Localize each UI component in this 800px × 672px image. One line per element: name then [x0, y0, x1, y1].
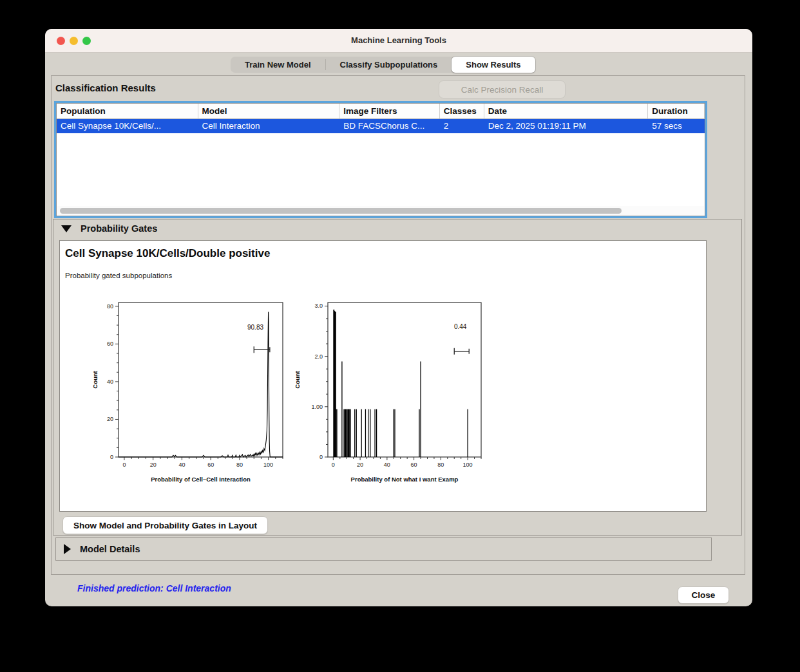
probability-gates-panel: Cell Synapse 10K/Cells/Double positive P… — [59, 240, 707, 512]
model-details-label: Model Details — [80, 544, 140, 554]
column-header-classes[interactable]: Classes — [440, 104, 484, 118]
svg-text:3.0: 3.0 — [314, 303, 323, 309]
svg-text:1.00: 1.00 — [311, 404, 323, 410]
column-header-model[interactable]: Model — [198, 104, 340, 118]
tab-show-results[interactable]: Show Results — [452, 57, 535, 73]
svg-text:0: 0 — [332, 462, 335, 468]
window-title: Machine Learning Tools — [45, 35, 752, 45]
table-cell: 57 secs — [648, 119, 705, 133]
tab-bar: Train New ModelClassify SubpopulationsSh… — [231, 57, 535, 73]
svg-text:20: 20 — [357, 462, 363, 468]
table-row[interactable]: Cell Synapse 10K/Cells/...Cell Interacti… — [57, 119, 705, 133]
column-header-duration[interactable]: Duration — [648, 104, 705, 118]
svg-text:80: 80 — [107, 303, 113, 310]
svg-text:60: 60 — [207, 462, 214, 468]
classification-results-panel: Classification Results Calc Precision Re… — [51, 75, 745, 575]
svg-text:40: 40 — [107, 378, 113, 385]
svg-text:20: 20 — [107, 416, 113, 422]
svg-text:0: 0 — [319, 454, 323, 460]
table-cell: BD FACSChorus C... — [339, 119, 440, 133]
model-details-disclosure[interactable]: Model Details — [55, 537, 712, 561]
svg-text:0.44: 0.44 — [454, 323, 467, 330]
column-header-date[interactable]: Date — [484, 104, 648, 118]
svg-text:90.83: 90.83 — [247, 324, 263, 331]
probability-gates-disclosure[interactable]: Probability Gates — [53, 219, 741, 238]
window-titlebar[interactable]: Machine Learning Tools — [45, 29, 752, 53]
scrollbar-thumb[interactable] — [60, 208, 622, 214]
calc-precision-recall-button[interactable]: Calc Precision Recall — [439, 80, 566, 98]
machine-learning-tools-window: Machine Learning Tools Train New ModelCl… — [45, 29, 752, 606]
table-body: Cell Synapse 10K/Cells/...Cell Interacti… — [57, 119, 705, 133]
svg-text:20: 20 — [150, 462, 157, 468]
table-cell: Dec 2, 2025 01:19:11 PM — [484, 119, 648, 133]
status-message: Finished prediction: Cell Interaction — [77, 583, 231, 593]
horizontal-scrollbar[interactable] — [57, 206, 704, 215]
svg-text:100: 100 — [463, 462, 473, 468]
svg-text:Count: Count — [91, 370, 99, 388]
table-cell: Cell Synapse 10K/Cells/... — [57, 119, 198, 133]
svg-text:80: 80 — [236, 462, 243, 468]
tab-classify-subpopulations[interactable]: Classify Subpopulations — [326, 57, 452, 73]
column-header-population[interactable]: Population — [57, 104, 198, 118]
svg-text:40: 40 — [178, 462, 185, 468]
svg-text:0: 0 — [122, 462, 126, 468]
table-cell: Cell Interaction — [198, 119, 340, 133]
svg-text:Probability of Not what I want: Probability of Not what I want Examp — [351, 476, 459, 483]
results-table: PopulationModelImage FiltersClassesDateD… — [54, 101, 707, 218]
probability-gates-section: Probability Gates Cell Synapse 10K/Cells… — [53, 219, 742, 536]
disclosure-triangle-down-icon — [61, 225, 71, 232]
subpopulations-caption: Probability gated subpopulations — [65, 272, 172, 279]
column-header-image-filters[interactable]: Image Filters — [339, 104, 440, 118]
table-header: PopulationModelImage FiltersClassesDateD… — [57, 104, 705, 119]
svg-text:60: 60 — [411, 462, 417, 468]
disclosure-triangle-right-icon — [64, 544, 71, 554]
show-in-layout-button[interactable]: Show Model and Probability Gates in Layo… — [62, 516, 268, 534]
svg-text:100: 100 — [263, 462, 273, 468]
svg-text:60: 60 — [107, 341, 113, 347]
section-title: Classification Results — [55, 82, 156, 93]
svg-text:0: 0 — [110, 454, 113, 460]
probability-histogram-not-what-i-want: 02040608010001.002.03.0Probability of No… — [290, 296, 503, 489]
close-button[interactable]: Close — [678, 586, 729, 604]
probability-histogram-cell-cell-interaction: 020406080100020406080Probability of Cell… — [88, 296, 294, 489]
svg-text:2.0: 2.0 — [314, 353, 323, 360]
probability-gates-label: Probability Gates — [81, 223, 157, 234]
svg-text:Probability of Cell–Cell Inter: Probability of Cell–Cell Interaction — [151, 476, 251, 483]
svg-text:80: 80 — [437, 462, 444, 468]
population-path-heading: Cell Synapse 10K/Cells/Double positive — [65, 247, 270, 260]
tab-train-new-model[interactable]: Train New Model — [231, 57, 325, 73]
table-cell: 2 — [440, 119, 484, 133]
svg-text:Count: Count — [294, 370, 301, 388]
svg-text:40: 40 — [384, 462, 390, 468]
